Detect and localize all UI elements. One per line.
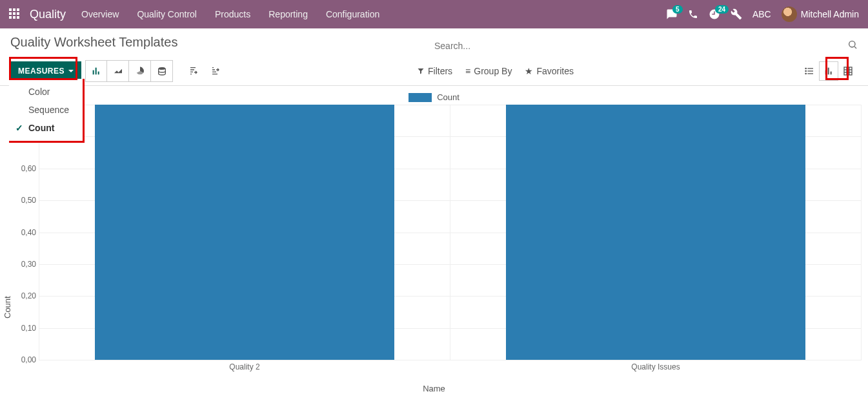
nav-reporting[interactable]: Reporting [268,9,308,19]
chart-legend: Count [0,92,868,105]
svg-rect-12 [825,70,827,75]
svg-point-5 [158,67,165,70]
nav-configuration[interactable]: Configuration [326,9,379,19]
bar-quality-2[interactable]: Quality 2 [39,105,450,360]
x-axis-label: Name [0,384,868,393]
control-panel: Quality Worksheet Templates MEASURES Fil… [0,28,868,86]
groupby-label: Group By [474,66,512,76]
avatar [782,6,797,22]
favorites-label: Favorites [536,66,574,76]
measure-color[interactable]: Color [9,83,83,101]
chart-stack-icon[interactable] [151,60,173,82]
nav-overview[interactable]: Overview [81,9,119,19]
svg-point-11 [805,73,806,74]
app-header: Quality Overview Quality Control Product… [0,0,868,28]
company-name[interactable]: ABC [752,9,771,19]
x-tick: Quality Issues [450,362,861,371]
svg-rect-3 [96,68,97,75]
y-tick: 0,00 [10,355,36,364]
svg-line-1 [854,47,856,48]
settings-icon[interactable] [731,8,742,20]
filters-label: Filters [428,66,452,76]
nav-quality-control[interactable]: Quality Control [137,9,197,19]
bar [506,105,805,360]
y-tick: 0,40 [10,228,36,237]
chart-plot: 0,000,100,200,300,400,500,600,700,80 Qua… [39,105,862,370]
activity-badge: 24 [715,5,729,14]
svg-point-10 [805,70,806,71]
messaging-icon[interactable]: 5 [666,8,678,20]
breadcrumb: Quality Worksheet Templates [10,35,177,57]
grid-line [39,360,862,360]
svg-rect-4 [98,72,99,75]
caret-down-icon [68,70,74,72]
search-input[interactable] [434,41,847,51]
y-tick: 0,30 [10,260,36,269]
svg-rect-13 [828,68,829,75]
phone-icon[interactable] [688,9,698,19]
bar-quality-issues[interactable]: Quality Issues [450,105,862,360]
x-tick: Quality 2 [39,362,450,371]
measures-button[interactable]: MEASURES [10,61,81,81]
app-name[interactable]: Quality [30,8,66,21]
legend-label: Count [437,92,459,102]
measure-count[interactable]: Count [9,119,83,137]
view-graph-icon[interactable] [819,61,838,81]
svg-point-0 [849,41,855,47]
measures-dropdown: Color Sequence Count [9,79,85,143]
measures-label: MEASURES [18,67,65,76]
chart-pie-icon[interactable] [129,60,151,82]
chart-bar-icon[interactable] [85,60,107,82]
svg-rect-2 [93,70,94,75]
systray: 5 24 ABC Mitchell Admin [666,6,859,22]
y-tick: 0,60 [10,164,36,173]
svg-rect-15 [844,67,852,75]
user-menu[interactable]: Mitchell Admin [782,6,859,22]
sort-asc-icon[interactable] [204,60,226,82]
svg-rect-14 [831,72,832,75]
chart-area: Count Count 0,000,100,200,300,400,500,60… [0,86,868,393]
y-tick: 0,50 [10,196,36,205]
search-icon[interactable] [847,39,858,52]
bar [95,105,394,360]
filters-button[interactable]: Filters [417,66,452,76]
view-list-icon[interactable] [800,61,819,81]
groupby-button[interactable]: ≡Group By [465,66,512,76]
favorites-button[interactable]: ★Favorites [525,66,574,76]
activity-icon[interactable]: 24 [709,8,720,20]
user-name: Mitchell Admin [801,9,859,19]
y-tick: 0,20 [10,291,36,300]
apps-icon[interactable] [9,8,21,20]
measure-sequence[interactable]: Sequence [9,101,83,119]
legend-swatch [409,93,432,102]
messaging-badge: 5 [672,5,683,14]
view-pivot-icon[interactable] [838,61,858,81]
svg-point-9 [805,68,806,68]
chart-line-icon[interactable] [107,60,129,82]
y-tick: 0,10 [10,324,36,333]
nav-products[interactable]: Products [215,9,250,19]
sort-desc-icon[interactable] [182,60,204,82]
